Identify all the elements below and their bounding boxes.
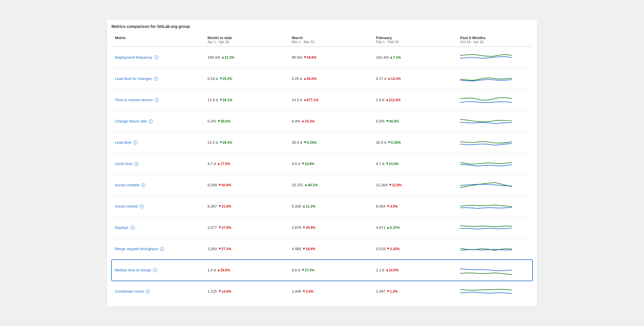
up-arrow-icon bbox=[222, 56, 224, 58]
value-cell: 4.0 d 14.9% bbox=[288, 153, 373, 174]
metric-name-cell: Deploys i bbox=[111, 217, 204, 238]
metric-link[interactable]: Deployment frequency bbox=[115, 55, 152, 60]
value-cell: 3,264 27.3% bbox=[204, 238, 288, 260]
up-arrow-icon bbox=[303, 205, 305, 207]
metric-link[interactable]: Issues created bbox=[115, 183, 139, 187]
chart-cell bbox=[457, 281, 533, 302]
sparkline-chart bbox=[460, 262, 512, 277]
down-arrow-icon bbox=[304, 141, 306, 143]
up-arrow-icon bbox=[386, 269, 388, 271]
sparkline-blue bbox=[460, 122, 512, 124]
info-icon[interactable]: i bbox=[155, 98, 159, 102]
up-arrow-icon bbox=[217, 269, 220, 271]
chart-cell bbox=[457, 132, 533, 153]
value-cell: 0.19 d 25.2% bbox=[204, 68, 288, 89]
page-title: Metrics comparison for GitLab.org group bbox=[111, 24, 533, 29]
info-icon[interactable]: i bbox=[146, 289, 150, 294]
metric-link[interactable]: Deploys bbox=[115, 225, 128, 230]
down-arrow-icon bbox=[304, 56, 306, 58]
chart-cell bbox=[457, 238, 533, 260]
sparkline-chart bbox=[460, 177, 512, 192]
chart-cell bbox=[457, 89, 533, 111]
metric-link[interactable]: Median time to merge bbox=[115, 268, 151, 272]
sparkline-chart bbox=[460, 92, 512, 107]
info-icon[interactable]: i bbox=[160, 247, 164, 251]
value-cell: 11.9 d 18.1% bbox=[204, 89, 288, 111]
sparkline-chart bbox=[460, 199, 512, 213]
sparkline-blue bbox=[460, 207, 512, 208]
value-cell: 5,518 0.33% bbox=[373, 238, 457, 260]
chart-cell bbox=[457, 153, 533, 174]
value-cell: 1.1 d 10.0% bbox=[373, 260, 457, 281]
info-icon[interactable]: i bbox=[149, 119, 153, 123]
up-arrow-icon bbox=[217, 163, 220, 165]
metric-name-cell: Lead time for changes i bbox=[111, 68, 204, 89]
metric-link[interactable]: Merge request throughput bbox=[115, 247, 158, 251]
sparkline-green bbox=[460, 55, 512, 56]
table-row: Deploys i 2,077 27.9% 2,879 40.9% 4,871 bbox=[111, 217, 533, 238]
value-cell: 0.17 d 13.3% bbox=[373, 68, 457, 89]
down-arrow-icon bbox=[219, 248, 221, 250]
value-cell: 90.0/d 44.6% bbox=[288, 47, 373, 68]
metrics-container: Metrics comparison for GitLab.org group … bbox=[107, 19, 537, 307]
down-arrow-icon bbox=[386, 120, 389, 122]
metric-link[interactable]: Time to restore service bbox=[115, 98, 153, 102]
table-row: Contributor count i 1,225 14.9% 1,440 3.… bbox=[111, 281, 533, 302]
metric-link[interactable]: Contributor count bbox=[115, 289, 144, 294]
info-icon[interactable]: i bbox=[134, 162, 138, 166]
table-row: Cycle time i 4.7 d 17.5% 4.0 d 14.9% 4.7… bbox=[111, 153, 533, 174]
table-header: Metric Month to date Apr 1 - Apr 18 Marc… bbox=[111, 33, 533, 47]
sparkline-chart bbox=[460, 71, 512, 85]
value-cell: 0.3% 40.0% bbox=[373, 111, 457, 132]
metric-name-cell: Merge request throughput i bbox=[111, 238, 204, 260]
col-header-march: March Mar 1 - Mar 31 bbox=[288, 33, 373, 47]
value-cell: 15,701 40.1% bbox=[288, 174, 373, 196]
down-arrow-icon bbox=[386, 163, 388, 165]
chart-cell bbox=[457, 260, 533, 281]
value-cell: 1,497 1.2% bbox=[373, 281, 457, 302]
metric-link[interactable]: Lead time for changes bbox=[115, 76, 152, 81]
up-arrow-icon bbox=[302, 120, 304, 122]
down-arrow-icon bbox=[388, 141, 390, 143]
down-arrow-icon bbox=[302, 269, 304, 271]
info-icon[interactable]: i bbox=[131, 226, 135, 230]
metric-link[interactable]: Lead time bbox=[115, 140, 131, 145]
sparkline-green bbox=[460, 205, 512, 207]
value-cell: 1.0 d 25.0% bbox=[204, 260, 288, 281]
metric-name-cell: Contributor count i bbox=[111, 281, 204, 302]
info-icon[interactable]: i bbox=[140, 204, 144, 208]
value-cell: 9,294 40.8% bbox=[204, 174, 288, 196]
value-cell: 14.5 d 677.1% bbox=[288, 89, 373, 111]
sparkline-green bbox=[460, 142, 512, 143]
down-arrow-icon bbox=[220, 78, 222, 80]
metric-name-cell: Lead time i bbox=[111, 132, 204, 153]
info-icon[interactable]: i bbox=[154, 77, 158, 81]
info-icon[interactable]: i bbox=[153, 268, 157, 272]
down-arrow-icon bbox=[387, 290, 389, 292]
up-arrow-icon bbox=[390, 56, 392, 58]
value-cell: 0.2% 50.0% bbox=[204, 111, 288, 132]
value-cell: 30.4 d 0.33% bbox=[288, 132, 373, 153]
value-cell: 4.7 d 14.5% bbox=[373, 153, 457, 174]
value-cell: 30.5 d 0.33% bbox=[373, 132, 457, 153]
sparkline-green bbox=[460, 78, 512, 80]
sparkline-green bbox=[460, 119, 512, 122]
sparkline-blue bbox=[460, 143, 512, 145]
sparkline-blue bbox=[460, 269, 512, 271]
sparkline-green bbox=[460, 97, 512, 100]
sparkline-blue bbox=[460, 164, 512, 166]
info-icon[interactable]: i bbox=[141, 183, 145, 187]
metric-link[interactable]: Change failure rate bbox=[115, 119, 147, 123]
down-arrow-icon bbox=[387, 205, 389, 207]
metric-link[interactable]: Issues closed bbox=[115, 204, 138, 208]
metric-name-cell: Issues closed i bbox=[111, 196, 204, 217]
value-cell: 1.9 d 212.0% bbox=[373, 89, 457, 111]
col-header-february: February Feb 1 - Feb 29 bbox=[373, 33, 457, 47]
info-icon[interactable]: i bbox=[155, 55, 159, 60]
info-icon[interactable]: i bbox=[134, 141, 138, 145]
down-arrow-icon bbox=[218, 120, 220, 122]
down-arrow-icon bbox=[219, 184, 221, 186]
value-cell: 1,225 14.9% bbox=[204, 281, 288, 302]
metric-link[interactable]: Cycle time bbox=[115, 162, 132, 166]
metric-name-cell: Time to restore service i bbox=[111, 89, 204, 111]
